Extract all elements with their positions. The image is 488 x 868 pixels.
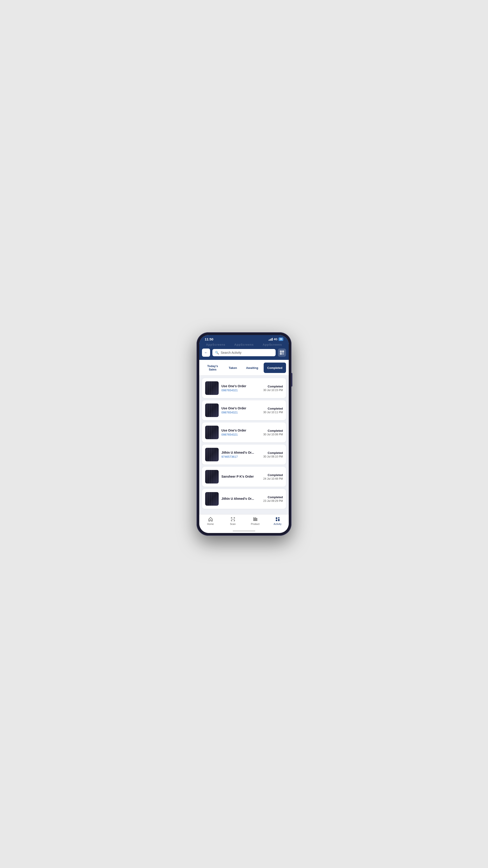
svg-rect-3 bbox=[283, 351, 283, 352]
nav-scan[interactable]: Scan bbox=[222, 517, 244, 525]
order-thumbnail-6 bbox=[205, 492, 219, 506]
status-time: 11:50 bbox=[205, 337, 213, 341]
signal-bar-3 bbox=[271, 338, 271, 341]
scan-icon bbox=[230, 517, 235, 522]
phone-screen: 11:50 4G 36 AppScreens AppScreens AppScr… bbox=[199, 335, 289, 533]
order-info-6: Jithin U Ahmed's Or... bbox=[221, 497, 260, 501]
svg-rect-15 bbox=[231, 520, 231, 521]
home-indicator-bar bbox=[199, 529, 289, 533]
svg-rect-20 bbox=[253, 519, 257, 520]
nav-activity[interactable]: Activity bbox=[266, 517, 289, 525]
order-date-3: 30 Jul 10:08 PM bbox=[263, 433, 283, 436]
order-info-5: Sansheer P K's Order bbox=[221, 475, 260, 479]
battery-indicator: 36 bbox=[279, 338, 283, 341]
order-card-3[interactable]: Use One's Order 0987654321 Completed 30 … bbox=[202, 423, 286, 442]
header: ← 🔍 Search Activity bbox=[199, 347, 289, 360]
nav-product[interactable]: Product bbox=[244, 517, 266, 525]
order-thumbnail-5 bbox=[205, 470, 219, 484]
svg-rect-6 bbox=[283, 353, 283, 354]
order-info-3: Use One's Order 0987654321 bbox=[221, 429, 260, 436]
svg-rect-26 bbox=[275, 520, 277, 521]
phone-frame: 11:50 4G 36 AppScreens AppScreens AppScr… bbox=[197, 332, 291, 536]
status-bar: 11:50 4G 36 bbox=[199, 335, 289, 342]
signal-bar-1 bbox=[269, 340, 269, 341]
order-title-6: Jithin U Ahmed's Or... bbox=[221, 497, 260, 500]
order-date-2: 30 Jul 10:11 PM bbox=[263, 411, 283, 414]
order-date-6: 23 Jul 09:29 PM bbox=[263, 499, 283, 502]
scan-label: Scan bbox=[230, 523, 236, 525]
back-arrow-icon: ← bbox=[204, 350, 208, 355]
tab-completed[interactable]: Completed bbox=[264, 363, 286, 373]
nav-home[interactable]: Home bbox=[199, 517, 222, 525]
tab-taken[interactable]: Taken bbox=[225, 363, 240, 373]
order-card-1[interactable]: Use One's Order 0987654321 Completed 30 … bbox=[202, 378, 286, 398]
order-date-5: 24 Jul 10:48 PM bbox=[263, 477, 283, 480]
svg-rect-19 bbox=[253, 518, 257, 519]
search-bar[interactable]: 🔍 Search Activity bbox=[213, 349, 275, 356]
qr-button[interactable] bbox=[278, 348, 286, 357]
signal-bars bbox=[269, 338, 273, 341]
watermark-2: AppScreens bbox=[234, 343, 254, 346]
side-button bbox=[291, 373, 292, 386]
svg-rect-23 bbox=[255, 518, 256, 518]
orders-list: Use One's Order 0987654321 Completed 30 … bbox=[199, 375, 289, 514]
order-title-1: Use One's Order bbox=[221, 384, 260, 388]
order-card-4[interactable]: Jithin U Ahmed's Or... 9746573617 Comple… bbox=[202, 445, 286, 465]
order-status-1: Completed bbox=[263, 385, 283, 388]
order-card-2[interactable]: Use One's Order 0987654321 Completed 30 … bbox=[202, 400, 286, 420]
home-icon bbox=[208, 517, 213, 522]
status-icons: 4G 36 bbox=[269, 338, 283, 341]
order-phone-4: 9746573617 bbox=[221, 455, 260, 458]
order-card-6[interactable]: Jithin U Ahmed's Or... Completed 23 Jul … bbox=[202, 489, 286, 509]
order-title-4: Jithin U Ahmed's Or... bbox=[221, 451, 260, 454]
order-thumbnail-1 bbox=[205, 381, 219, 395]
order-card-5[interactable]: Sansheer P K's Order Completed 24 Jul 10… bbox=[202, 467, 286, 487]
svg-rect-17 bbox=[234, 520, 235, 521]
order-phone-1: 0987654321 bbox=[221, 389, 260, 392]
order-info-1: Use One's Order 0987654321 bbox=[221, 384, 260, 392]
svg-rect-27 bbox=[278, 519, 279, 521]
tab-awaiting[interactable]: Awaiting bbox=[242, 363, 262, 373]
svg-rect-22 bbox=[253, 518, 254, 518]
order-status-4: Completed bbox=[263, 451, 283, 455]
order-date-4: 30 Jul 08:10 PM bbox=[263, 455, 283, 458]
svg-rect-1 bbox=[281, 351, 281, 352]
svg-rect-13 bbox=[234, 518, 235, 519]
order-status-block-6: Completed 23 Jul 09:29 PM bbox=[263, 495, 283, 502]
order-status-block-4: Completed 30 Jul 08:10 PM bbox=[263, 451, 283, 458]
tabs-container: Today's Sales Taken Awaiting Completed bbox=[199, 360, 289, 375]
search-icon: 🔍 bbox=[215, 351, 219, 354]
svg-rect-21 bbox=[253, 520, 257, 521]
watermark-1: AppScreens bbox=[206, 343, 225, 346]
product-label: Product bbox=[251, 523, 260, 525]
svg-rect-11 bbox=[231, 518, 231, 519]
order-phone-2: 0987654321 bbox=[221, 411, 260, 414]
order-status-6: Completed bbox=[263, 495, 283, 499]
watermark-row: AppScreens AppScreens AppScreens bbox=[199, 342, 289, 347]
qr-icon bbox=[280, 350, 284, 355]
home-indicator bbox=[233, 530, 255, 531]
signal-bar-4 bbox=[272, 338, 273, 341]
order-title-5: Sansheer P K's Order bbox=[221, 475, 260, 478]
tab-todays-sales[interactable]: Today's Sales bbox=[202, 363, 223, 373]
activity-label: Activity bbox=[273, 523, 282, 525]
back-button[interactable]: ← bbox=[202, 348, 210, 357]
network-type: 4G bbox=[274, 338, 278, 341]
order-phone-3: 0987654321 bbox=[221, 433, 260, 436]
svg-rect-5 bbox=[281, 353, 281, 354]
svg-rect-9 bbox=[283, 354, 284, 355]
order-date-1: 30 Jul 10:15 PM bbox=[263, 389, 283, 392]
svg-rect-25 bbox=[278, 518, 279, 519]
order-status-block-1: Completed 30 Jul 10:15 PM bbox=[263, 385, 283, 392]
order-info-2: Use One's Order 0987654321 bbox=[221, 406, 260, 414]
order-status-5: Completed bbox=[263, 473, 283, 477]
order-status-block-3: Completed 30 Jul 10:08 PM bbox=[263, 429, 283, 436]
signal-bar-2 bbox=[270, 339, 270, 341]
svg-rect-8 bbox=[283, 354, 283, 355]
product-icon bbox=[253, 517, 258, 522]
svg-rect-7 bbox=[283, 353, 284, 354]
home-label: Home bbox=[207, 523, 214, 525]
order-title-3: Use One's Order bbox=[221, 429, 260, 432]
watermark-3: AppScreens bbox=[263, 343, 282, 346]
order-thumbnail-2 bbox=[205, 403, 219, 417]
